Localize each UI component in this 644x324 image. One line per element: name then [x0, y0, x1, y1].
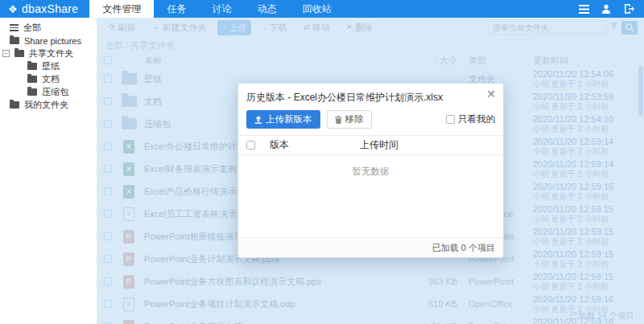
only-mine-toggle[interactable]: 只看我的	[446, 113, 495, 125]
sidebar-item-label: Share pictures	[24, 36, 81, 46]
collapse-toggle-icon[interactable]: −	[2, 50, 10, 57]
tab-activity[interactable]: 动态	[244, 0, 289, 18]
version-column: 版本	[255, 138, 360, 152]
dialog-footer: 已加载 0 个项目	[238, 237, 503, 257]
sidebar-item-label: 文档	[42, 73, 60, 85]
tab-discussion[interactable]: 讨论	[199, 0, 244, 18]
folder-icon	[10, 37, 19, 44]
tab-tasks[interactable]: 任务	[154, 0, 199, 18]
versions-table-body: 暂无数据	[238, 155, 503, 237]
topbar-actions	[578, 0, 644, 18]
sidebar-item-label: 我的文件夹	[24, 99, 68, 111]
upload-new-version-button[interactable]: 上传新版本	[246, 110, 320, 129]
sidebar-item-label: 压缩包	[42, 86, 68, 98]
only-mine-checkbox[interactable]	[446, 115, 455, 124]
top-navigation-bar: ❖ dbaxShare 文件管理任务讨论动态回收站	[0, 0, 644, 18]
sidebar-item-label: 壁纸	[42, 60, 60, 72]
sidebar-item-3[interactable]: 壁纸	[0, 60, 97, 72]
folder-icon	[27, 88, 37, 96]
folder-icon	[27, 63, 37, 70]
list-icon	[10, 24, 19, 31]
user-icon[interactable]	[601, 3, 612, 14]
empty-state-text: 暂无数据	[238, 155, 503, 178]
tab-file-management[interactable]: 文件管理	[89, 0, 154, 18]
versions-table-header: 版本 上传时间	[238, 135, 503, 155]
folder-icon	[27, 76, 37, 83]
upload-time-column: 上传时间	[360, 138, 398, 152]
folder-tree-sidebar: 全部Share pictures−共享文件夹壁纸文档压缩包我的文件夹	[0, 18, 97, 324]
close-icon[interactable]: ✕	[486, 88, 496, 100]
history-versions-dialog: 历史版本 - Excel办公楼日常维护计划演示.xlsx ✕ 上传新版本 移除 …	[237, 83, 504, 258]
sidebar-item-6[interactable]: 我的文件夹	[0, 99, 97, 111]
menu-icon[interactable]	[578, 3, 589, 14]
sidebar-item-label: 共享文件夹	[29, 47, 73, 59]
versions-select-all-checkbox[interactable]	[246, 141, 255, 150]
sidebar-item-4[interactable]: 文档	[0, 73, 97, 85]
sidebar-item-0[interactable]: 全部	[0, 22, 97, 34]
sidebar-item-2[interactable]: −共享文件夹	[0, 47, 97, 59]
logo-icon: ❖	[8, 4, 18, 14]
sidebar-item-label: 全部	[23, 22, 41, 34]
sidebar-item-5[interactable]: 压缩包	[0, 86, 97, 98]
logout-icon[interactable]	[623, 3, 634, 14]
tab-recycle-bin[interactable]: 回收站	[289, 0, 344, 18]
logo-text: dbaxShare	[22, 2, 78, 15]
folder-icon	[14, 50, 24, 57]
app-logo: ❖ dbaxShare	[0, 0, 89, 18]
upload-icon	[254, 116, 262, 124]
main-tabs: 文件管理任务讨论动态回收站	[89, 0, 344, 18]
dialog-toolbar: 上传新版本 移除 只看我的	[238, 110, 503, 135]
remove-button[interactable]: 移除	[327, 110, 372, 129]
sidebar-item-1[interactable]: Share pictures	[0, 35, 97, 47]
trash-icon	[335, 116, 342, 124]
dialog-title: 历史版本 - Excel办公楼日常维护计划演示.xlsx ✕	[238, 84, 503, 110]
folder-icon	[10, 101, 19, 109]
